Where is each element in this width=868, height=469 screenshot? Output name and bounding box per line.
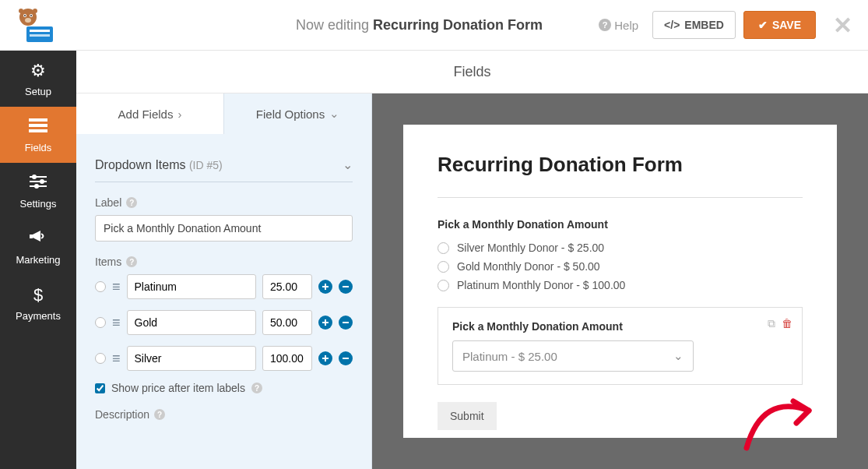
nav-setup[interactable]: ⚙ Setup xyxy=(0,51,76,107)
item-price-input[interactable] xyxy=(262,274,312,299)
code-icon: </> xyxy=(664,19,680,31)
section-dropdown-items[interactable]: Dropdown Items (ID #5) ⌄ xyxy=(95,148,353,182)
help-icon: ? xyxy=(599,19,611,31)
item-row: ≡ xyxy=(95,274,353,299)
item-default-radio[interactable] xyxy=(95,353,106,364)
item-default-radio[interactable] xyxy=(95,281,106,292)
form-canvas: Recurring Donation Form Pick a Monthly D… xyxy=(403,125,837,438)
radio-option[interactable]: Silver Monthly Donor - $ 25.00 xyxy=(438,242,803,254)
options-panel: Add Fields › Field Options ⌄ Dropdown It… xyxy=(76,51,372,469)
svg-point-19 xyxy=(35,185,38,188)
svg-rect-11 xyxy=(29,118,47,122)
item-add-button[interactable] xyxy=(318,280,332,294)
subheader-title: Fields xyxy=(76,51,868,93)
tab-add-fields[interactable]: Add Fields › xyxy=(76,93,224,134)
item-name-input[interactable] xyxy=(127,274,256,299)
radio-option[interactable]: Platinum Monthly Donor - $ 100.00 xyxy=(438,279,803,291)
item-name-input[interactable] xyxy=(127,346,256,371)
form-title: Recurring Donation Form xyxy=(438,153,803,177)
nav-fields[interactable]: Fields xyxy=(0,107,76,163)
help-icon[interactable]: ? xyxy=(126,197,137,208)
trash-icon[interactable]: 🗑 xyxy=(782,317,792,330)
help-icon[interactable]: ? xyxy=(154,409,165,420)
svg-rect-10 xyxy=(30,34,50,37)
sidebar-nav: ⚙ Setup Fields Settings Marketing $ Paym… xyxy=(0,51,76,469)
help-link[interactable]: ? Help xyxy=(599,19,638,32)
help-icon[interactable]: ? xyxy=(251,383,262,393)
list-icon xyxy=(29,117,47,137)
item-remove-button[interactable] xyxy=(339,316,353,330)
tab-field-options[interactable]: Field Options ⌄ xyxy=(224,93,371,134)
nav-settings[interactable]: Settings xyxy=(0,163,76,219)
radio-icon xyxy=(438,261,449,273)
bullhorn-icon xyxy=(30,229,47,249)
chevron-down-icon: ⌄ xyxy=(329,107,339,121)
chevron-down-icon: ⌄ xyxy=(673,349,684,363)
preview-pane: Recurring Donation Form Pick a Monthly D… xyxy=(372,51,868,469)
svg-point-18 xyxy=(40,180,44,183)
close-button[interactable]: ✕ xyxy=(833,12,852,39)
app-logo xyxy=(12,6,56,44)
selected-field-block[interactable]: ⧉ 🗑 Pick a Monthly Donation Amount Plati… xyxy=(438,307,803,385)
editing-label: Now editing Recurring Donation Form xyxy=(296,17,543,34)
dropdown-select[interactable]: Platinum - $ 25.00 ⌄ xyxy=(452,340,694,372)
item-default-radio[interactable] xyxy=(95,317,106,328)
question-label: Pick a Monthly Donation Amount xyxy=(452,320,788,333)
show-price-checkbox[interactable] xyxy=(95,383,105,393)
radio-icon xyxy=(438,280,449,291)
show-price-label: Show price after item labels xyxy=(111,382,245,394)
radio-icon xyxy=(438,242,449,254)
svg-rect-9 xyxy=(30,30,50,32)
svg-point-6 xyxy=(19,9,23,13)
drag-handle-icon[interactable]: ≡ xyxy=(112,351,121,365)
svg-rect-13 xyxy=(29,129,47,132)
item-add-button[interactable] xyxy=(318,316,332,330)
help-icon[interactable]: ? xyxy=(126,256,137,267)
item-row: ≡ xyxy=(95,346,353,371)
svg-point-4 xyxy=(30,15,32,16)
item-price-input[interactable] xyxy=(262,346,312,371)
chevron-down-icon: ⌄ xyxy=(343,157,353,172)
description-field-label: Description ? xyxy=(95,408,353,421)
gear-icon: ⚙ xyxy=(30,61,46,81)
items-field-label: Items ? xyxy=(95,256,353,268)
radio-option[interactable]: Gold Monthly Donor - $ 50.00 xyxy=(438,260,803,273)
submit-button[interactable]: Submit xyxy=(438,402,497,430)
svg-rect-20 xyxy=(30,235,33,238)
embed-button[interactable]: </> EMBED xyxy=(652,11,736,39)
question-label: Pick a Monthly Donation Amount xyxy=(438,218,803,231)
drag-handle-icon[interactable]: ≡ xyxy=(112,280,121,294)
label-field-label: Label ? xyxy=(95,196,353,209)
item-name-input[interactable] xyxy=(127,310,256,335)
item-remove-button[interactable] xyxy=(339,280,353,294)
item-row: ≡ xyxy=(95,310,353,335)
dollar-icon: $ xyxy=(33,285,43,305)
svg-point-3 xyxy=(24,15,26,16)
duplicate-icon[interactable]: ⧉ xyxy=(768,317,775,330)
item-remove-button[interactable] xyxy=(339,351,353,365)
svg-point-7 xyxy=(33,9,37,13)
nav-marketing[interactable]: Marketing xyxy=(0,219,76,275)
svg-point-5 xyxy=(25,18,31,23)
drag-handle-icon[interactable]: ≡ xyxy=(112,316,121,330)
svg-point-17 xyxy=(33,175,36,178)
check-icon: ✔ xyxy=(758,19,768,31)
save-button[interactable]: ✔ SAVE xyxy=(743,11,816,39)
nav-payments[interactable]: $ Payments xyxy=(0,275,76,331)
item-add-button[interactable] xyxy=(318,351,332,365)
item-price-input[interactable] xyxy=(262,310,312,335)
chevron-right-icon: › xyxy=(177,108,181,121)
svg-rect-12 xyxy=(29,124,47,127)
label-input[interactable] xyxy=(95,215,353,242)
sliders-icon xyxy=(30,173,47,193)
